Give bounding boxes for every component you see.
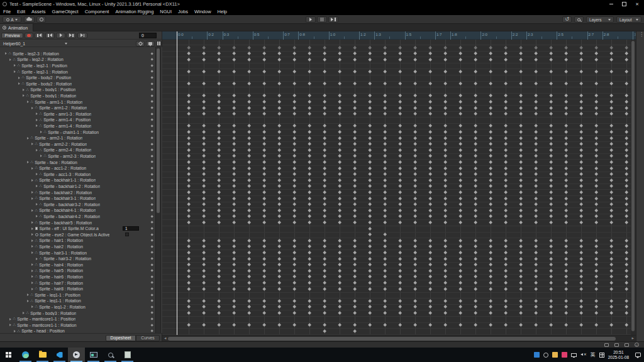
keyframe[interactable] [413,197,417,200]
keyframe[interactable] [594,244,598,248]
property-row[interactable]: ∴Sprite - head : Position [0,328,155,333]
keyframe[interactable] [428,130,432,134]
keyframe[interactable] [187,106,191,110]
keyframe[interactable] [262,94,266,97]
keyframe[interactable] [308,275,311,278]
keyframe[interactable] [609,287,613,291]
keyframe[interactable] [217,112,221,116]
keyframe[interactable] [277,214,281,218]
keyframe[interactable] [443,202,447,206]
key-indicator-icon[interactable] [150,221,153,224]
keyframe[interactable] [323,190,326,194]
keyframe[interactable] [549,190,553,194]
keyframe[interactable] [504,251,508,255]
keyframe[interactable] [187,154,191,158]
keyframe[interactable] [519,269,523,273]
keyframe[interactable] [564,239,568,243]
curves-tab[interactable]: Curves [136,335,160,341]
menu-item-window[interactable]: Window [191,9,214,14]
keyframe[interactable] [277,178,281,182]
keyframe[interactable] [549,178,553,182]
keyframe[interactable] [594,154,598,158]
keyframe[interactable] [474,112,477,116]
keyframe[interactable] [277,172,281,176]
expand-arrow-icon[interactable] [27,137,29,140]
keyframe[interactable] [458,142,462,146]
keyframe[interactable] [549,287,553,291]
keyframe[interactable] [625,214,628,218]
property-row[interactable]: ∴Sprite - leg1-1 : Rotation [0,298,155,304]
keyframe[interactable] [625,130,628,134]
keyframe[interactable] [292,214,296,218]
keyframe[interactable] [383,305,387,309]
expand-arrow-icon[interactable] [31,179,33,182]
keyframe[interactable] [292,239,296,243]
expand-arrow-icon[interactable] [9,318,11,321]
keyframe[interactable] [609,142,613,146]
expand-arrow-icon[interactable] [31,167,33,170]
keyframe[interactable] [383,172,387,176]
property-row[interactable]: ∴Sprite - leg2-1 : Position [0,63,155,69]
key-indicator-icon[interactable] [150,203,153,206]
keyframe[interactable] [232,178,236,182]
keyframe[interactable] [232,106,236,110]
keyframe[interactable] [217,58,221,62]
keyframe[interactable] [428,178,432,182]
keyframe[interactable] [413,52,417,55]
keyframe[interactable] [323,148,326,152]
keyframe[interactable] [474,275,477,278]
keyframe[interactable] [277,167,281,170]
keyframe[interactable] [308,244,311,248]
keyframe[interactable] [489,239,492,243]
keyframe[interactable] [489,305,492,309]
menu-item-assets[interactable]: Assets [28,9,49,14]
keyframe[interactable] [217,281,221,285]
keyframe[interactable] [579,52,583,55]
keyframe[interactable] [474,305,477,309]
keyframe[interactable] [534,136,538,140]
keyframe[interactable] [398,100,402,104]
keyframe[interactable] [504,124,508,128]
keyframe[interactable] [217,124,221,128]
keyframe[interactable] [277,154,281,158]
key-indicator-icon[interactable] [150,161,153,164]
keyframe[interactable] [353,184,357,188]
vertical-scrollbar[interactable] [631,40,636,335]
keyframe[interactable] [262,269,266,273]
keyframe[interactable] [458,263,462,266]
keyframe[interactable] [594,148,598,152]
keyframe[interactable] [277,244,281,248]
keyframe[interactable] [247,148,251,152]
key-indicator-icon[interactable] [150,257,153,260]
taskbar-app-file-explorer[interactable] [34,348,51,362]
keyframe[interactable] [353,244,357,248]
expand-arrow-icon[interactable] [31,282,33,284]
keyframe[interactable] [609,281,613,285]
property-row[interactable]: ∴Sprite - hair2 : Rotation [0,244,155,250]
play-button[interactable] [306,16,316,23]
keyframe[interactable] [534,305,538,309]
keyframe[interactable] [534,311,538,315]
keyframe[interactable] [353,214,357,218]
keyframe[interactable] [549,209,553,212]
keyframe[interactable] [187,100,191,104]
keyframe[interactable] [474,287,477,291]
keyframe[interactable] [232,299,236,303]
keyframe[interactable] [232,209,236,212]
keyframe[interactable] [308,100,311,104]
key-indicator-icon[interactable] [150,324,153,327]
keyframe[interactable] [534,257,538,261]
keyframe[interactable] [504,257,508,261]
keyframe[interactable] [308,82,311,85]
keyframe[interactable] [308,46,311,50]
record-button[interactable] [25,33,33,39]
keyframe[interactable] [398,287,402,291]
keyframe[interactable] [247,100,251,104]
keyframe[interactable] [202,136,206,140]
keyframe[interactable] [217,287,221,291]
keyframe[interactable] [202,299,206,303]
keyframe[interactable] [534,154,538,158]
keyframe[interactable] [398,94,402,97]
keyframe[interactable] [625,257,628,261]
keyframe[interactable] [187,251,191,255]
